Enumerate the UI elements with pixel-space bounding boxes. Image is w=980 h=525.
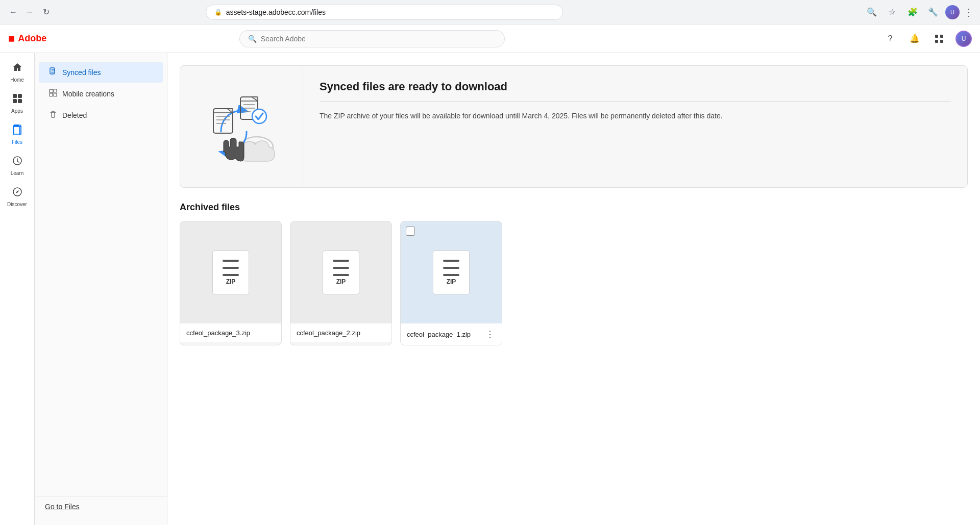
mobile-creations-icon	[49, 89, 57, 99]
adobe-logo[interactable]: ■ Adobe	[8, 32, 46, 45]
address-bar[interactable]: 🔒 assets-stage.adobecc.com/files	[206, 5, 563, 20]
forward-button[interactable]: →	[22, 5, 37, 19]
svg-rect-13	[50, 89, 53, 93]
zip-line-gap	[223, 270, 239, 272]
sidebar-label-home: Home	[10, 77, 24, 83]
zoom-button[interactable]: 🔍	[864, 4, 880, 20]
sidebar-item-home[interactable]: Home	[2, 58, 33, 87]
browser-profile-avatar[interactable]: U	[945, 5, 960, 19]
bookmark-button[interactable]: ☆	[884, 4, 900, 20]
zip-lines-1	[223, 260, 239, 276]
zip-line-gap	[333, 263, 349, 265]
synced-files-banner: Synced files are ready to download The Z…	[180, 65, 968, 188]
nav-item-deleted[interactable]: Deleted	[39, 105, 163, 126]
deleted-icon	[49, 110, 57, 120]
main-content: Synced files are ready to download The Z…	[167, 53, 980, 525]
zip-line-gap	[443, 263, 459, 265]
apps-grid-button[interactable]	[931, 31, 947, 47]
zip-line-gap	[443, 270, 459, 272]
svg-rect-4	[13, 94, 17, 98]
file-card-2[interactable]: ZIP ccfeol_package_2.zip	[290, 221, 392, 345]
sidebar-item-apps[interactable]: Apps	[2, 89, 33, 118]
adobe-logo-text: Adobe	[18, 33, 46, 44]
zip-line	[333, 274, 349, 276]
help-button[interactable]: ?	[882, 31, 898, 47]
banner-divider	[320, 102, 951, 102]
files-icon	[12, 124, 22, 137]
svg-rect-6	[13, 99, 17, 103]
sidebar-item-learn[interactable]: Learn	[2, 152, 33, 181]
file-more-button-3[interactable]: ⋮	[484, 329, 496, 340]
discover-icon	[12, 187, 22, 199]
banner-illustration	[180, 66, 303, 187]
learn-icon	[12, 156, 22, 168]
nav-right: ? 🔔 U	[882, 31, 972, 47]
extensions-button[interactable]: 🔧	[925, 4, 941, 20]
home-icon	[12, 62, 22, 75]
nav-item-synced-files[interactable]: Synced files	[39, 62, 163, 83]
zip-line	[443, 260, 459, 262]
file-thumb-3: ZIP	[401, 221, 502, 323]
extension-button[interactable]: 🧩	[904, 4, 921, 20]
zip-line	[333, 267, 349, 269]
grid-icon	[935, 34, 944, 43]
sidebar-label-apps: Apps	[11, 108, 23, 114]
file-card-info-1: ccfeol_package_3.zip	[180, 323, 281, 342]
left-sidebar: Home Apps	[0, 53, 35, 525]
url-text: assets-stage.adobecc.com/files	[226, 8, 326, 16]
nav-label-mobile-creations: Mobile creations	[62, 90, 114, 98]
sync-illustration	[201, 86, 282, 167]
svg-rect-1	[940, 35, 943, 38]
zip-line	[443, 274, 459, 276]
search-bar-container: 🔍	[239, 30, 505, 47]
sidebar-item-files[interactable]: Files	[2, 120, 33, 149]
file-card-info-3: ccfeol_package_1.zip ⋮	[401, 323, 502, 345]
content-sidebar-nav: Synced files Mobile creations	[35, 61, 167, 492]
zip-line	[333, 260, 349, 262]
svg-rect-2	[935, 40, 938, 43]
file-name-1: ccfeol_package_3.zip	[186, 329, 250, 337]
sidebar-label-discover: Discover	[7, 202, 27, 208]
main-layout: Home Apps	[0, 53, 980, 525]
top-nav: ■ Adobe 🔍 ? 🔔 U	[0, 24, 980, 53]
archived-files-title: Archived files	[180, 202, 968, 213]
file-card-info-2: ccfeol_package_2.zip	[290, 323, 391, 342]
zip-label-3: ZIP	[447, 278, 456, 285]
user-avatar[interactable]: U	[955, 31, 972, 47]
file-card-3[interactable]: ZIP ccfeol_package_1.zip ⋮	[400, 221, 502, 345]
reload-button[interactable]: ↻	[39, 5, 53, 19]
content-sidebar-bottom: Go to Files	[35, 496, 167, 517]
browser-more-button[interactable]: ⋮	[964, 6, 974, 18]
svg-rect-15	[50, 93, 53, 96]
svg-rect-3	[940, 40, 943, 43]
file-select-checkbox-3[interactable]	[406, 227, 415, 236]
notifications-button[interactable]: 🔔	[906, 31, 923, 47]
file-thumb-1: ZIP	[180, 221, 281, 323]
nav-item-mobile-creations[interactable]: Mobile creations	[39, 84, 163, 104]
zip-label-1: ZIP	[226, 278, 236, 285]
content-sidebar-wrapper: Synced files Mobile creations	[35, 61, 167, 517]
zip-lines-2	[333, 260, 349, 276]
zip-file-icon-1: ZIP	[212, 251, 249, 294]
svg-rect-14	[54, 89, 57, 92]
file-card-1[interactable]: ZIP ccfeol_package_3.zip	[180, 221, 282, 345]
sidebar-item-discover[interactable]: Discover	[2, 183, 33, 212]
browser-chrome: ← → ↻ 🔒 assets-stage.adobecc.com/files 🔍…	[0, 0, 980, 24]
banner-description: The ZIP archive of your files will be av…	[320, 110, 951, 121]
adobe-logo-icon: ■	[8, 32, 15, 45]
go-to-files-link[interactable]: Go to Files	[45, 503, 80, 511]
synced-files-icon	[49, 67, 57, 78]
banner-title: Synced files are ready to download	[320, 80, 951, 93]
lock-icon: 🔒	[214, 9, 222, 16]
zip-label-2: ZIP	[336, 278, 346, 285]
svg-rect-7	[18, 99, 22, 103]
file-thumb-2: ZIP	[290, 221, 391, 323]
search-icon: 🔍	[248, 35, 257, 43]
back-button[interactable]: ←	[6, 5, 20, 19]
zip-line	[223, 267, 239, 269]
search-input[interactable]	[261, 35, 496, 43]
apps-icon	[12, 93, 22, 106]
browser-right-controls: 🔍 ☆ 🧩 🔧 U ⋮	[864, 4, 974, 20]
svg-rect-0	[935, 35, 938, 38]
zip-line-gap	[223, 263, 239, 265]
